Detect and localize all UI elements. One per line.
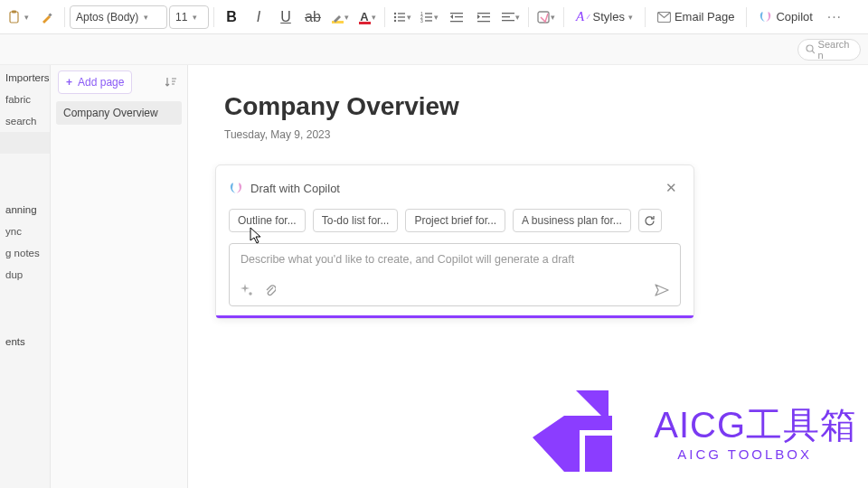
copilot-button[interactable]: Copilot bbox=[751, 5, 819, 30]
prompt-chip[interactable]: Outline for... bbox=[229, 209, 306, 232]
svg-rect-17 bbox=[450, 21, 463, 22]
card-accent bbox=[216, 315, 693, 318]
svg-rect-16 bbox=[455, 16, 463, 17]
section-item[interactable]: dup bbox=[0, 264, 50, 286]
divider bbox=[645, 7, 646, 27]
section-item[interactable]: g notes bbox=[0, 242, 50, 264]
strikethrough-button[interactable]: ab bbox=[300, 5, 326, 30]
svg-rect-21 bbox=[502, 13, 514, 14]
svg-text:3: 3 bbox=[420, 18, 423, 23]
prompt-chip[interactable]: Project brief for... bbox=[405, 209, 505, 232]
more-button[interactable]: ··· bbox=[822, 5, 847, 30]
page-item-selected[interactable]: Company Overview bbox=[56, 101, 182, 125]
watermark: AICG工具箱 AICG TOOLBOX bbox=[533, 381, 857, 481]
chevron-down-icon: ▾ bbox=[144, 13, 148, 22]
add-page-label: Add page bbox=[78, 76, 124, 89]
divider bbox=[64, 7, 65, 27]
svg-rect-12 bbox=[425, 16, 432, 17]
font-family-value: Aptos (Body) bbox=[76, 11, 138, 23]
font-size-select[interactable]: 11 ▾ bbox=[169, 5, 209, 29]
font-color-button[interactable]: A ▾ bbox=[354, 5, 380, 30]
format-painter-button[interactable] bbox=[34, 5, 60, 30]
bold-button[interactable]: B bbox=[219, 5, 244, 30]
svg-rect-4 bbox=[398, 13, 405, 14]
svg-rect-15 bbox=[450, 13, 463, 14]
svg-point-26 bbox=[807, 45, 813, 52]
section-header[interactable]: ents bbox=[0, 329, 50, 352]
svg-rect-6 bbox=[398, 16, 405, 17]
divider bbox=[563, 7, 564, 27]
section-header[interactable]: anning bbox=[0, 197, 50, 221]
svg-line-27 bbox=[812, 51, 815, 53]
divider bbox=[384, 7, 385, 27]
svg-rect-20 bbox=[477, 21, 490, 22]
svg-rect-10 bbox=[425, 13, 432, 14]
page-date: Tuesday, May 9, 2023 bbox=[188, 121, 868, 141]
section-item[interactable]: ync bbox=[0, 221, 50, 242]
close-icon[interactable]: ✕ bbox=[662, 176, 681, 200]
page-title[interactable]: Company Overview bbox=[188, 65, 868, 121]
svg-rect-22 bbox=[502, 16, 510, 17]
sparkle-icon[interactable] bbox=[241, 284, 253, 296]
pages-panel: + Add page Company Overview bbox=[51, 65, 188, 488]
plus-icon: + bbox=[66, 76, 72, 89]
underline-button[interactable]: U bbox=[273, 5, 298, 30]
italic-button[interactable]: I bbox=[246, 5, 271, 30]
notebook-sections: Importers fabric search anning ync g not… bbox=[0, 65, 51, 488]
svg-rect-1 bbox=[12, 10, 16, 13]
search-placeholder: Search n bbox=[818, 39, 853, 61]
ribbon-toolbar: ▾ Aptos (Body) ▾ 11 ▾ B I U ab ▾ A ▾ ▾ 1… bbox=[0, 0, 868, 34]
bullet-list-button[interactable]: ▾ bbox=[390, 5, 415, 30]
svg-rect-14 bbox=[425, 20, 432, 21]
section-header[interactable]: Importers bbox=[0, 65, 50, 89]
attach-icon[interactable] bbox=[264, 284, 276, 296]
section-item-selected[interactable] bbox=[0, 132, 50, 154]
sort-icon[interactable] bbox=[162, 73, 180, 91]
tag-button[interactable]: ▾ bbox=[533, 5, 559, 30]
email-page-button[interactable]: Email Page bbox=[650, 5, 741, 30]
section-item[interactable]: search bbox=[0, 110, 50, 132]
paste-button[interactable]: ▾ bbox=[4, 5, 33, 30]
copilot-placeholder: Describe what you'd like to create, and … bbox=[241, 253, 669, 280]
font-size-value: 11 bbox=[175, 11, 187, 23]
number-list-button[interactable]: 123▾ bbox=[417, 5, 442, 30]
chevron-down-icon: ▾ bbox=[193, 13, 197, 22]
prompt-chip[interactable]: To-do list for... bbox=[313, 209, 399, 232]
outdent-button[interactable] bbox=[444, 5, 469, 30]
divider bbox=[528, 7, 529, 27]
svg-point-7 bbox=[394, 19, 396, 21]
svg-point-28 bbox=[249, 292, 251, 295]
email-label: Email Page bbox=[675, 10, 734, 23]
watermark-logo-icon bbox=[533, 381, 641, 481]
indent-button[interactable] bbox=[471, 5, 496, 30]
svg-rect-8 bbox=[398, 20, 405, 21]
prompt-chip[interactable]: A business plan for... bbox=[513, 209, 631, 232]
mouse-cursor-icon bbox=[250, 227, 264, 245]
copilot-label: Copilot bbox=[776, 10, 812, 23]
svg-point-3 bbox=[394, 12, 396, 14]
copilot-input[interactable]: Describe what you'd like to create, and … bbox=[229, 243, 681, 306]
svg-rect-19 bbox=[482, 16, 490, 17]
font-family-select[interactable]: Aptos (Body) ▾ bbox=[70, 5, 167, 29]
refresh-icon bbox=[644, 215, 656, 227]
highlight-button[interactable]: ▾ bbox=[327, 5, 353, 30]
refresh-chips-button[interactable] bbox=[638, 209, 662, 232]
search-icon bbox=[806, 44, 815, 54]
svg-point-5 bbox=[394, 15, 396, 17]
divider bbox=[746, 7, 747, 27]
page-canvas: Company Overview Tuesday, May 9, 2023 Dr… bbox=[188, 65, 868, 488]
search-input[interactable]: Search n bbox=[797, 39, 861, 61]
svg-rect-18 bbox=[477, 13, 490, 14]
styles-label: Styles bbox=[593, 10, 625, 23]
watermark-title: AICG工具箱 bbox=[654, 400, 857, 450]
svg-rect-23 bbox=[502, 20, 514, 21]
divider bbox=[213, 7, 214, 27]
copilot-card-title: Draft with Copilot bbox=[250, 182, 340, 195]
section-item[interactable]: fabric bbox=[0, 89, 50, 110]
add-page-button[interactable]: + Add page bbox=[58, 70, 132, 94]
svg-rect-0 bbox=[10, 12, 18, 23]
align-button[interactable]: ▾ bbox=[498, 5, 524, 30]
send-icon[interactable] bbox=[655, 284, 669, 296]
styles-button[interactable]: A⁄ Styles ▾ bbox=[569, 5, 640, 30]
copilot-draft-card: Draft with Copilot ✕ Outline for... To-d… bbox=[215, 164, 694, 319]
